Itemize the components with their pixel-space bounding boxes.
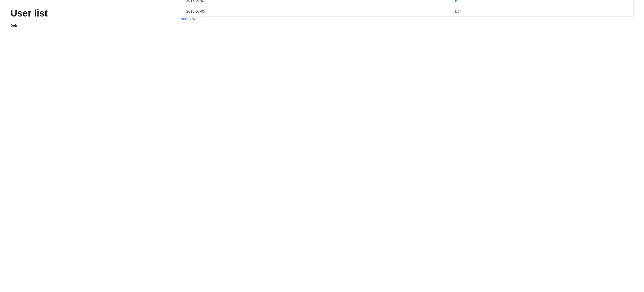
edit-link[interactable]: Edit <box>455 9 461 13</box>
table-row: 2018-07-05Edit <box>181 6 633 17</box>
cell-dob: 2018-01-01 <box>181 0 450 6</box>
cell-dob: 2018-07-05 <box>181 6 450 17</box>
cell-action: Edit <box>450 6 633 17</box>
add-new-link[interactable]: Add new <box>181 17 195 21</box>
table-area: Date of birth Action 1993-02-01Edit1992-… <box>181 0 634 21</box>
dob-label: Dob <box>10 24 634 28</box>
edit-link[interactable]: Edit <box>455 0 461 3</box>
table-row: 2018-01-01Edit <box>181 0 633 6</box>
user-table: Date of birth Action 1993-02-01Edit1992-… <box>181 0 633 17</box>
user-table-wrapper: Date of birth Action 1993-02-01Edit1992-… <box>181 0 634 17</box>
cell-action: Edit <box>450 0 633 6</box>
